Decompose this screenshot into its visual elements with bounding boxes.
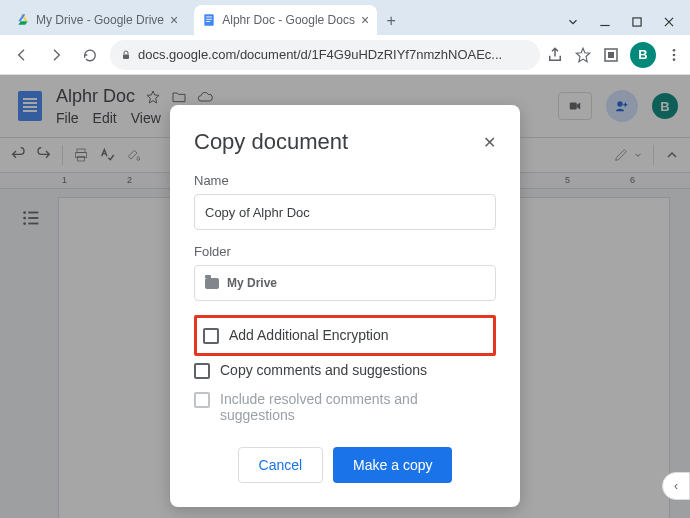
reload-button[interactable] <box>76 41 104 69</box>
name-input[interactable] <box>194 194 496 230</box>
checkbox-add-encryption[interactable]: Add Additional Encryption <box>203 321 487 350</box>
menu-icon[interactable] <box>666 47 682 63</box>
checkbox-copy-comments[interactable]: Copy comments and suggestions <box>194 356 496 385</box>
modal-title: Copy document <box>194 129 348 155</box>
docs-icon <box>202 13 216 27</box>
make-copy-button[interactable]: Make a copy <box>333 447 452 483</box>
tab-drive-title: My Drive - Google Drive <box>36 13 164 27</box>
lock-icon <box>120 49 132 61</box>
checkbox-icon[interactable] <box>203 328 219 344</box>
checkbox-icon[interactable] <box>194 363 210 379</box>
browser-titlebar: My Drive - Google Drive × Alphr Doc - Go… <box>0 0 690 35</box>
extensions-icon[interactable] <box>602 46 620 64</box>
svg-point-11 <box>673 58 676 61</box>
close-icon[interactable]: × <box>170 12 178 28</box>
url-text: docs.google.com/document/d/1F4G9uHDzRIYf… <box>138 47 530 62</box>
folder-label: Folder <box>194 244 496 259</box>
star-icon[interactable] <box>574 46 592 64</box>
svg-rect-8 <box>608 52 614 58</box>
side-panel-toggle[interactable]: ‹ <box>662 472 690 500</box>
checkbox-icon <box>194 392 210 408</box>
copy-document-modal: Copy document ✕ Name Folder My Drive Add… <box>170 105 520 507</box>
share-icon[interactable] <box>546 46 564 64</box>
address-bar: docs.google.com/document/d/1F4G9uHDzRIYf… <box>0 35 690 75</box>
folder-icon <box>205 278 219 289</box>
close-icon[interactable]: × <box>361 12 369 28</box>
svg-rect-2 <box>206 19 212 20</box>
new-tab-button[interactable]: + <box>377 7 405 35</box>
back-button[interactable] <box>8 41 36 69</box>
svg-point-9 <box>673 49 676 52</box>
close-window-icon[interactable] <box>662 15 676 29</box>
profile-avatar[interactable]: B <box>630 42 656 68</box>
svg-rect-6 <box>123 54 129 59</box>
folder-value: My Drive <box>227 276 277 290</box>
svg-rect-5 <box>633 18 641 26</box>
omnibox[interactable]: docs.google.com/document/d/1F4G9uHDzRIYf… <box>110 40 540 70</box>
forward-button[interactable] <box>42 41 70 69</box>
chevron-down-icon[interactable] <box>566 15 580 29</box>
svg-rect-0 <box>205 14 214 26</box>
tab-docs-title: Alphr Doc - Google Docs <box>222 13 355 27</box>
folder-selector[interactable]: My Drive <box>194 265 496 301</box>
close-icon[interactable]: ✕ <box>483 133 496 152</box>
svg-point-10 <box>673 53 676 56</box>
checkbox-include-resolved: Include resolved comments and suggestion… <box>194 385 496 429</box>
cancel-button[interactable]: Cancel <box>238 447 324 483</box>
drive-icon <box>16 13 30 27</box>
tab-drive[interactable]: My Drive - Google Drive × <box>8 5 186 35</box>
svg-rect-1 <box>206 17 212 18</box>
name-label: Name <box>194 173 496 188</box>
svg-rect-3 <box>206 21 210 22</box>
maximize-icon[interactable] <box>630 15 644 29</box>
highlight-annotation: Add Additional Encryption <box>194 315 496 356</box>
minimize-icon[interactable] <box>598 15 612 29</box>
tab-docs[interactable]: Alphr Doc - Google Docs × <box>194 5 377 35</box>
